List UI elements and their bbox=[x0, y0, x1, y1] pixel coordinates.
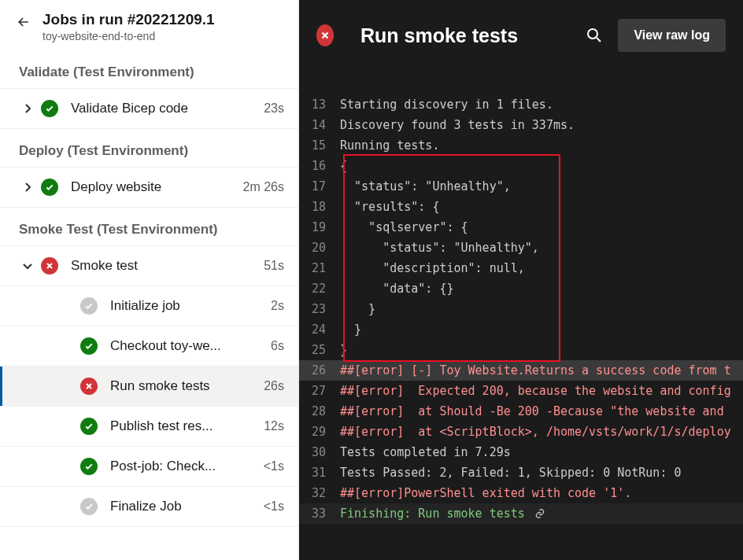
step-row[interactable]: Finalize Job<1s bbox=[0, 487, 298, 527]
log-line[interactable]: 21 "description": null, bbox=[299, 258, 743, 278]
log-line-content: "description": null, bbox=[340, 258, 735, 278]
log-line-content: ##[error]PowerShell exited with code '1'… bbox=[340, 483, 735, 503]
log-line-content: "data": {} bbox=[340, 278, 735, 299]
search-icon[interactable] bbox=[585, 26, 604, 45]
log-line-number: 31 bbox=[299, 462, 340, 483]
step-row[interactable]: Publish test res...12s bbox=[0, 407, 298, 447]
log-line-number: 13 bbox=[299, 94, 340, 115]
log-line[interactable]: 22 "data": {} bbox=[299, 278, 743, 299]
stage-header: Validate (Test Environment) bbox=[0, 50, 298, 89]
log-line-number: 19 bbox=[299, 217, 340, 238]
log-line[interactable]: 17 "status": "Unhealthy", bbox=[299, 176, 743, 197]
log-line[interactable]: 15Running tests. bbox=[299, 135, 743, 156]
log-line[interactable]: 16{ bbox=[299, 156, 743, 176]
step-row[interactable]: Post-job: Check...<1s bbox=[0, 447, 298, 487]
sidebar-header: Jobs in run #20221209.1 toy-website-end-… bbox=[0, 0, 298, 50]
log-line-content: Tests completed in 7.29s bbox=[340, 442, 735, 462]
log-line[interactable]: 28##[error] at Should -Be 200 -Because "… bbox=[299, 401, 743, 422]
log-line[interactable]: 26##[error] [-] Toy Website.Returns a su… bbox=[299, 360, 743, 381]
log-line[interactable]: 25} bbox=[299, 340, 743, 360]
jobs-sidebar: Jobs in run #20221209.1 toy-website-end-… bbox=[0, 0, 299, 560]
log-line[interactable]: 27##[error] Expected 200, because the we… bbox=[299, 381, 743, 401]
job-label: Validate Bicep code bbox=[71, 101, 256, 116]
job-duration: 2m 26s bbox=[235, 180, 284, 194]
log-line[interactable]: 24 } bbox=[299, 319, 743, 340]
success-icon bbox=[80, 418, 98, 435]
log-line[interactable]: 20 "status": "Unhealthy", bbox=[299, 238, 743, 258]
log-line-content: { bbox=[340, 156, 735, 176]
success-icon bbox=[80, 458, 98, 475]
step-duration: <1s bbox=[256, 499, 284, 514]
log-line-content: } bbox=[340, 340, 735, 360]
fail-icon bbox=[316, 24, 334, 46]
log-line-content: Discovery found 3 tests in 337ms. bbox=[340, 115, 735, 135]
svg-point-0 bbox=[588, 29, 597, 39]
log-line-content: ##[error] at <ScriptBlock>, /home/vsts/w… bbox=[340, 422, 735, 442]
job-label: Deploy website bbox=[71, 179, 235, 195]
log-line[interactable]: 18 "results": { bbox=[299, 197, 743, 217]
log-line-content: } bbox=[340, 299, 735, 319]
step-duration: 26s bbox=[256, 379, 284, 393]
permalink-icon[interactable] bbox=[533, 505, 547, 516]
job-label: Smoke test bbox=[71, 258, 256, 274]
step-label: Finalize Job bbox=[110, 499, 256, 514]
job-row[interactable]: Smoke test51s bbox=[0, 246, 298, 286]
log-line-number: 32 bbox=[299, 483, 340, 503]
log-line-number: 25 bbox=[299, 340, 340, 360]
log-line-number: 17 bbox=[299, 176, 340, 197]
log-line[interactable]: 23 } bbox=[299, 299, 743, 319]
step-label: Publish test res... bbox=[110, 418, 256, 434]
success-icon bbox=[41, 100, 58, 117]
step-label: Run smoke tests bbox=[110, 378, 256, 394]
step-duration: <1s bbox=[256, 459, 284, 473]
log-line-content: ##[error] Expected 200, because the webs… bbox=[340, 381, 735, 401]
log-title: Run smoke tests bbox=[360, 24, 571, 47]
log-line-number: 18 bbox=[299, 197, 340, 217]
step-label: Checkout toy-we... bbox=[110, 338, 263, 354]
log-line-content: "status": "Unhealthy", bbox=[340, 238, 735, 258]
log-line[interactable]: 30Tests completed in 7.29s bbox=[299, 442, 743, 462]
skip-icon bbox=[80, 297, 98, 315]
log-line-content: Running tests. bbox=[340, 135, 735, 156]
log-body[interactable]: 13Starting discovery in 1 files.14Discov… bbox=[299, 71, 743, 524]
stage-header: Deploy (Test Environment) bbox=[0, 129, 298, 168]
log-line-content: ##[error] [-] Toy Website.Returns a succ… bbox=[340, 360, 735, 381]
log-line-content: "sqlserver": { bbox=[340, 217, 735, 238]
success-icon bbox=[80, 337, 98, 355]
log-line-content: Finishing: Run smoke tests bbox=[340, 503, 735, 524]
job-row[interactable]: Deploy website2m 26s bbox=[0, 168, 298, 208]
log-pane: Run smoke tests View raw log 13Starting … bbox=[299, 0, 743, 560]
log-line[interactable]: 29##[error] at <ScriptBlock>, /home/vsts… bbox=[299, 422, 743, 442]
log-line-content: "results": { bbox=[340, 197, 735, 217]
log-line-content: Starting discovery in 1 files. bbox=[340, 94, 735, 115]
step-label: Initialize job bbox=[110, 298, 263, 314]
page-subtitle[interactable]: toy-website-end-to-end bbox=[43, 30, 215, 42]
step-row[interactable]: Initialize job2s bbox=[0, 286, 298, 326]
log-line[interactable]: 14Discovery found 3 tests in 337ms. bbox=[299, 115, 743, 135]
job-row[interactable]: Validate Bicep code23s bbox=[0, 89, 298, 129]
chevron-down-icon[interactable] bbox=[14, 260, 41, 272]
log-line-number: 23 bbox=[299, 299, 340, 319]
step-label: Post-job: Check... bbox=[110, 459, 256, 474]
step-row[interactable]: Checkout toy-we...6s bbox=[0, 326, 298, 367]
log-line-number: 27 bbox=[299, 381, 340, 401]
back-arrow-icon[interactable] bbox=[16, 14, 31, 30]
chevron-right-icon[interactable] bbox=[14, 181, 41, 193]
log-line-number: 29 bbox=[299, 422, 340, 442]
log-line-number: 26 bbox=[299, 360, 340, 381]
log-line-number: 15 bbox=[299, 135, 340, 156]
step-duration: 12s bbox=[256, 419, 284, 433]
log-line[interactable]: 32##[error]PowerShell exited with code '… bbox=[299, 483, 743, 503]
log-line[interactable]: 13Starting discovery in 1 files. bbox=[299, 94, 743, 115]
fail-icon bbox=[80, 378, 98, 395]
log-line[interactable]: 19 "sqlserver": { bbox=[299, 217, 743, 238]
job-duration: 23s bbox=[256, 101, 284, 116]
view-raw-log-button[interactable]: View raw log bbox=[618, 19, 726, 52]
step-row[interactable]: Run smoke tests26s bbox=[0, 367, 298, 407]
chevron-right-icon[interactable] bbox=[14, 102, 41, 115]
log-line-content: Tests Passed: 2, Failed: 1, Skipped: 0 N… bbox=[340, 462, 735, 483]
log-line[interactable]: 33Finishing: Run smoke tests bbox=[299, 503, 743, 524]
log-line-number: 28 bbox=[299, 401, 340, 422]
log-line-number: 22 bbox=[299, 278, 340, 299]
log-line[interactable]: 31Tests Passed: 2, Failed: 1, Skipped: 0… bbox=[299, 462, 743, 483]
